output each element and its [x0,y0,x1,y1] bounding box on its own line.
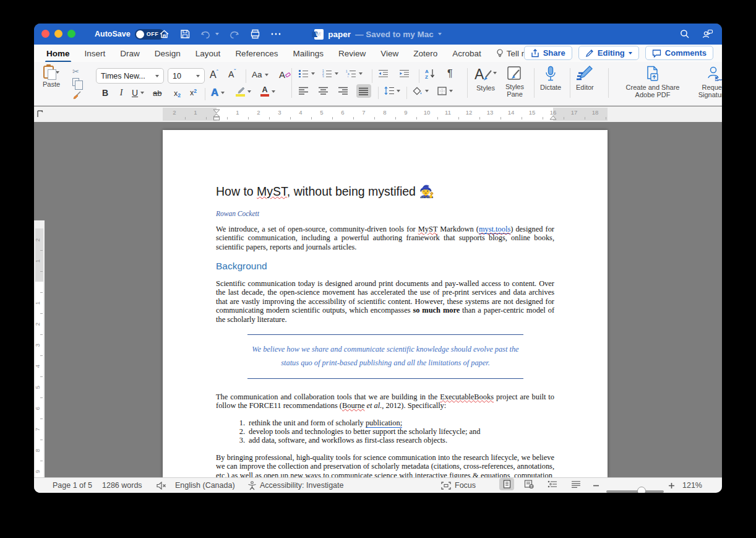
copy-button[interactable] [72,78,79,86]
speaker-muted-icon[interactable] [157,478,166,493]
tab-design[interactable]: Design [155,49,181,58]
styles-button[interactable]: A Styles [475,66,497,92]
pull-quote[interactable]: We believe how we share and communicate … [247,334,523,379]
doc-paragraph-3[interactable]: The communication and collaboration tool… [216,393,554,410]
borders-button[interactable] [437,87,453,95]
bold-button[interactable]: B [101,88,110,98]
comments-button[interactable]: Comments [645,46,713,60]
word-count[interactable]: 1286 words [102,478,142,493]
doc-paragraph-4[interactable]: By bringing professional, high-quality t… [216,453,554,477]
numbered-list-button[interactable]: 123 [322,69,338,77]
clear-formatting-button[interactable]: A [279,69,291,80]
tab-zotero[interactable]: Zotero [413,49,437,58]
change-case-button[interactable]: Aa [252,70,268,79]
dictate-button[interactable]: Dictate [540,66,561,91]
superscript-button[interactable]: x2 [190,89,197,97]
language-status[interactable]: English (Canada) [175,478,235,493]
page-count[interactable]: Page 1 of 5 [53,478,92,493]
grow-font-button[interactable]: Aˆ [210,69,218,80]
myst-tools-link[interactable]: myst.tools [479,225,510,234]
tab-insert[interactable]: Insert [85,49,106,58]
format-painter-button[interactable] [72,90,82,100]
shrink-font-button[interactable]: Aˇ [228,69,236,79]
focus-button[interactable]: Focus [441,478,476,493]
editor-button[interactable]: Editor [576,66,594,91]
undo-menu-caret-icon[interactable] [215,33,219,35]
zoom-percentage[interactable]: 121% [682,478,702,493]
font-name-select[interactable]: Times New... [96,68,164,84]
print-icon[interactable] [249,28,261,40]
draft-view-button[interactable] [569,478,583,490]
title-menu-caret-icon[interactable] [438,33,442,35]
web-layout-view-button[interactable] [522,478,536,490]
italic-button[interactable]: I [117,88,126,98]
doc-author[interactable]: Rowan Cockett [216,210,554,217]
doc-paragraph-1[interactable]: We introduce, a set of open-source, comm… [216,225,554,251]
accessibility-status[interactable]: Accessibility: Investigate [260,478,343,493]
tab-stop-selector-icon[interactable] [37,110,44,118]
request-signatures-button[interactable]: RequestSignatures [691,66,722,98]
doc-paragraph-2[interactable]: Scientific communication today is design… [216,279,554,324]
tab-view[interactable]: View [380,49,398,58]
list-item[interactable]: 1.rethink the unit and form of scholarly… [216,419,554,428]
tab-layout[interactable]: Layout [195,49,221,58]
list-item[interactable]: 2.develop tools and technologies to bett… [216,428,554,436]
zoom-in-button[interactable] [668,478,675,493]
tab-references[interactable]: References [235,49,278,58]
adobe-pdf-button[interactable]: Create and ShareAdobe PDF [617,66,689,98]
justify-button[interactable] [356,84,371,98]
minimize-window-button[interactable] [54,30,62,38]
share-button[interactable]: Share [524,46,572,60]
tab-review[interactable]: Review [338,49,366,58]
print-layout-view-button[interactable] [499,478,514,490]
doc-title[interactable]: How to MyST, without being mystified 🧙 [216,184,554,199]
sort-button[interactable]: AZ [425,68,436,79]
tab-mailings[interactable]: Mailings [293,49,324,58]
tab-draw[interactable]: Draw [120,49,140,58]
presence-share-icon[interactable] [701,28,713,40]
align-right-button[interactable] [338,87,348,95]
document-page[interactable]: How to MyST, without being mystified 🧙 R… [163,130,608,477]
subscript-button[interactable]: x2 [174,89,181,98]
align-left-button[interactable] [299,87,309,95]
zoom-window-button[interactable] [67,30,75,38]
font-color-button[interactable]: A [260,87,275,97]
shading-button[interactable] [413,87,429,95]
horizontal-ruler-band[interactable]: 21123456789101112131415161718 [163,108,608,121]
align-center-button[interactable] [319,87,329,95]
zoom-slider[interactable] [606,484,664,493]
close-window-button[interactable] [41,30,49,38]
zoom-slider-track[interactable] [606,490,664,493]
undo-icon[interactable] [200,28,212,40]
save-icon[interactable] [179,28,191,40]
more-commands-icon[interactable] [270,28,282,40]
paste-button[interactable]: Paste [43,66,60,88]
heading-background[interactable]: Background [216,261,554,272]
publication-link[interactable]: publication; [366,419,402,428]
search-icon[interactable] [679,28,691,40]
underline-button[interactable]: U [132,88,144,98]
zoom-out-button[interactable] [593,478,599,493]
cut-button[interactable]: ✂ [72,67,79,76]
horizontal-ruler[interactable]: 21123456789101112131415161718 [34,106,722,122]
bullet-list-button[interactable] [299,69,315,77]
line-spacing-button[interactable] [384,87,400,95]
styles-pane-button[interactable]: StylesPane [505,66,524,98]
home-icon[interactable] [158,28,170,40]
accessibility-icon[interactable] [247,478,257,493]
vertical-ruler[interactable]: 2112345678910111213 [34,220,45,493]
tab-acrobat[interactable]: Acrobat [452,49,481,58]
text-effects-button[interactable]: A [211,87,225,99]
font-size-select[interactable]: 10 [168,68,205,84]
show-paragraph-marks-button[interactable]: ¶ [447,68,453,79]
list-item[interactable]: 3.add data, software, and workflows as f… [216,436,554,445]
decrease-indent-button[interactable] [378,69,389,77]
document-save-status[interactable]: — Saved to my Mac [355,30,434,39]
increase-indent-button[interactable] [399,69,410,77]
numbered-list[interactable]: 1.rethink the unit and form of scholarly… [216,419,554,445]
document-area[interactable]: 2112345678910111213 How to MyST, without… [34,122,722,477]
right-indent-marker-icon[interactable] [549,115,557,120]
outline-view-button[interactable] [545,478,560,490]
multilevel-list-button[interactable]: 1ai [346,69,363,77]
strikethrough-button[interactable]: ab [153,89,161,98]
